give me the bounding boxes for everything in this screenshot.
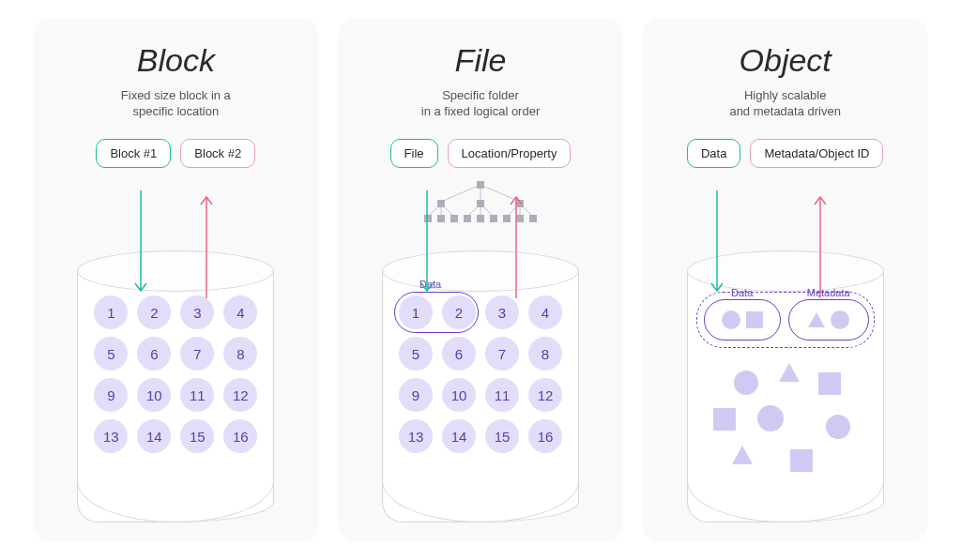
panel-object: Object Highly scalable and metadata driv… — [642, 19, 928, 541]
panel-file: File Specific folder in a fixed logical … — [338, 19, 624, 541]
storage-cell: 5 — [399, 337, 433, 371]
storage-cell: 16 — [528, 419, 562, 453]
cylinder-block: 12345678910111213141516 — [77, 250, 274, 522]
storage-cell: 13 — [399, 419, 433, 453]
panel-title-file: File — [455, 42, 507, 79]
storage-cell: 14 — [442, 419, 476, 453]
panel-subtitle-file: Specific folder in a fixed logical order — [421, 88, 540, 120]
tags-file: File Location/Property — [352, 139, 610, 168]
storage-cell: 10 — [137, 378, 171, 412]
storage-cell: 6 — [137, 337, 171, 371]
storage-cell: 15 — [485, 419, 519, 453]
storage-cell: 11 — [485, 378, 519, 412]
svg-line-4 — [441, 185, 480, 202]
panel-title-block: Block — [137, 42, 215, 79]
panel-title-object: Object — [740, 42, 831, 79]
storage-cell: 1 — [399, 295, 433, 329]
tag-block-1: Block #1 — [96, 139, 171, 168]
storage-cell: 11 — [180, 378, 214, 412]
storage-cell: 9 — [94, 378, 128, 412]
tag-block-2: Block #2 — [180, 139, 255, 168]
storage-cell: 4 — [528, 295, 562, 329]
storage-cell: 2 — [442, 295, 476, 329]
storage-cell: 4 — [223, 295, 257, 329]
tags-block: Block #1 Block #2 — [47, 139, 305, 168]
storage-cell: 6 — [442, 337, 476, 371]
tag-file-location: Location/Property — [448, 139, 572, 168]
storage-cell: 2 — [137, 295, 171, 329]
storage-cell: 13 — [94, 419, 128, 453]
file-cells-grid: 12345678910111213141516 — [399, 295, 564, 453]
storage-cell: 3 — [180, 295, 214, 329]
file-data-label: Data — [419, 279, 441, 290]
object-metadata-capsule: Metadata — [788, 299, 869, 341]
panel-subtitle-block: Fixed size block in a specific location — [121, 88, 231, 120]
block-cells-grid: 12345678910111213141516 — [94, 295, 259, 453]
tag-object-data: Data — [687, 139, 740, 168]
storage-cell: 16 — [223, 419, 257, 453]
storage-cell: 10 — [442, 378, 476, 412]
object-shapes-scatter — [706, 363, 865, 504]
storage-cell: 14 — [137, 419, 171, 453]
storage-cell: 12 — [223, 378, 257, 412]
object-data-capsule: Data — [704, 299, 781, 341]
storage-cell: 7 — [485, 337, 519, 371]
storage-cell: 9 — [399, 378, 433, 412]
storage-types-diagram: Block Fixed size block in a specific loc… — [0, 0, 961, 560]
storage-cell: 3 — [485, 295, 519, 329]
storage-cell: 5 — [94, 337, 128, 371]
panel-block: Block Fixed size block in a specific loc… — [33, 19, 319, 541]
storage-cell: 1 — [94, 295, 128, 329]
storage-cell: 8 — [223, 337, 257, 371]
storage-cell: 8 — [528, 337, 562, 371]
tags-object: Data Metadata/Object ID — [656, 139, 914, 168]
panel-subtitle-object: Highly scalable and metadata driven — [729, 88, 841, 120]
storage-cell: 7 — [180, 337, 214, 371]
file-tree-icon — [405, 177, 556, 224]
storage-cell: 15 — [180, 419, 214, 453]
tag-file: File — [390, 139, 438, 168]
storage-cell: 12 — [528, 378, 562, 412]
tag-object-metadata: Metadata/Object ID — [750, 139, 883, 168]
cylinder-object: Data Metadata — [687, 250, 884, 522]
cylinder-file: Data 12345678910111213141516 — [382, 250, 579, 522]
svg-line-6 — [480, 185, 520, 202]
